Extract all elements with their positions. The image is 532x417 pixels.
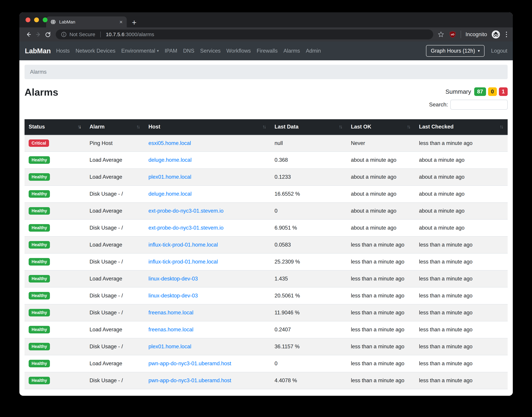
host-link[interactable]: ext-probe-do-nyc3-01.stevem.io (149, 208, 224, 214)
nav-item-label: Firewalls (257, 48, 278, 54)
nav-item[interactable]: DNS (180, 48, 197, 54)
sort-icon: ↑↓ (136, 124, 140, 130)
table-row: Healthy Disk Usage - / linux-desktop-dev… (24, 287, 508, 304)
browser-menu-icon[interactable] (505, 32, 508, 37)
host-link[interactable]: pwn-app-do-nyc3-01.uberamd.host (149, 377, 231, 383)
alarm-type: Disk Usage - / (85, 219, 144, 236)
nav-item[interactable]: Alarms (281, 48, 303, 54)
host-link[interactable]: esxi05.home.local (149, 140, 191, 146)
graph-hours-dropdown[interactable]: Graph Hours (12h) ▾ (426, 45, 485, 57)
last-ok: Never (347, 135, 415, 152)
column-header[interactable]: Status ↑↓ (24, 119, 85, 135)
nav-item[interactable]: IPAM (162, 48, 180, 54)
caret-down-icon: ▾ (157, 49, 159, 53)
summary-critical-badge: 1 (499, 87, 508, 96)
brand-labman[interactable]: LabMan (25, 47, 51, 55)
last-ok: about a minute ago (347, 219, 415, 236)
status-badge: Healthy (29, 292, 50, 300)
nav-item[interactable]: Environmental ▾ (118, 48, 162, 54)
ublock-extension-icon[interactable]: uO (449, 31, 456, 38)
host-link[interactable]: influx-tick-prod-01.home.local (149, 242, 218, 248)
table-row: Healthy Load Average plex01.home.local 0… (24, 168, 508, 186)
address-bar[interactable]: Not Secure 10.7.5.6:3000/alarms (56, 30, 433, 39)
new-tab-button[interactable]: + (132, 19, 137, 26)
column-header[interactable]: Alarm ↑↓ (85, 119, 144, 135)
search-input[interactable] (450, 100, 508, 110)
host-link[interactable]: freenas.home.local (149, 310, 194, 316)
tab-title: LabMan (59, 19, 116, 25)
forward-icon[interactable] (33, 30, 43, 39)
last-data: null (271, 135, 347, 152)
nav-item[interactable]: Admin (303, 48, 324, 54)
status-badge: Healthy (29, 326, 50, 334)
column-label: Last Data (275, 124, 299, 130)
sort-icon: ↑↓ (77, 124, 81, 130)
nav-item[interactable]: Services (197, 48, 223, 54)
omnibox-divider (100, 31, 101, 37)
last-checked: about a minute ago (415, 186, 508, 202)
nav-item[interactable]: Network Devices (73, 48, 118, 54)
column-header[interactable]: Host ↑↓ (144, 119, 271, 135)
browser-tab[interactable]: LabMan × (46, 16, 127, 27)
tab-close-icon[interactable]: × (119, 19, 123, 25)
host-link[interactable]: freenas.home.local (149, 326, 194, 333)
host-link[interactable]: deluge.home.local (149, 191, 192, 197)
host-link[interactable]: plex01.home.local (149, 174, 191, 180)
host-link[interactable]: plex01.home.local (149, 344, 191, 350)
host-link[interactable]: deluge.home.local (149, 157, 192, 163)
status-badge: Healthy (29, 377, 50, 384)
last-ok: less than a minute ago (347, 355, 415, 372)
nav-item-label: Environmental (121, 48, 155, 54)
column-header[interactable]: Last OK ↑↓ (347, 119, 415, 135)
info-icon[interactable] (61, 31, 67, 37)
reload-icon[interactable] (43, 30, 53, 39)
table-row: Critical Ping Host esxi05.home.local nul… (24, 135, 508, 152)
last-data: 36.1157 % (271, 338, 347, 355)
last-data: 0.1233 (271, 168, 347, 186)
alarm-type: Disk Usage - / (85, 372, 144, 389)
table-row: Healthy Load Average deluge.home.local 0… (24, 152, 508, 168)
host-link[interactable]: influx-tick-prod-01.home.local (149, 259, 218, 265)
summary-label: Summary (445, 88, 471, 95)
last-checked: less than a minute ago (415, 304, 508, 321)
last-data: 25.2309 % (271, 253, 347, 270)
logout-link[interactable]: Logout (491, 48, 507, 54)
last-data: 20.5061 % (271, 287, 347, 304)
table-row: Healthy Disk Usage - / plex01.home.local… (24, 338, 508, 355)
alarm-type: Load Average (85, 168, 144, 186)
nav-item[interactable]: Firewalls (254, 48, 280, 54)
caret-down-icon: ▾ (478, 49, 480, 53)
host-link[interactable]: linux-desktop-dev-03 (149, 276, 198, 282)
last-ok: about a minute ago (347, 186, 415, 202)
nav-item[interactable]: Hosts (53, 48, 73, 54)
column-header[interactable]: Last Checked ↑↓ (415, 119, 508, 135)
column-label: Last OK (351, 124, 371, 130)
column-label: Status (29, 124, 45, 130)
status-badge: Healthy (29, 156, 50, 164)
nav-item[interactable]: Workflows (223, 48, 254, 54)
app-navbar: LabMan Hosts Network Devices Environment… (19, 42, 513, 60)
search-label: Search: (429, 101, 448, 108)
back-icon[interactable] (24, 30, 33, 39)
host-link[interactable]: linux-desktop-dev-03 (149, 293, 198, 299)
last-data: 11.9046 % (271, 304, 347, 321)
bookmark-star-icon[interactable] (437, 31, 445, 38)
status-badge: Healthy (29, 309, 50, 316)
last-checked: about a minute ago (415, 219, 508, 236)
close-window-button[interactable] (26, 18, 30, 22)
last-ok: about a minute ago (347, 152, 415, 168)
table-row: Healthy Load Average ext-probe-do-nyc3-0… (24, 202, 508, 219)
nav-item-label: Workflows (226, 48, 251, 54)
host-link[interactable]: pwn-app-do-nyc3-01.uberamd.host (149, 360, 231, 366)
last-data: 16.6552 % (271, 186, 347, 202)
last-checked: less than a minute ago (415, 355, 508, 372)
maximize-window-button[interactable] (43, 18, 47, 22)
column-header[interactable]: Last Data ↑↓ (271, 119, 347, 135)
minimize-window-button[interactable] (34, 18, 39, 22)
alarm-type: Load Average (85, 236, 144, 253)
status-badge: Critical (29, 139, 49, 147)
nav-item-label: Alarms (283, 48, 300, 54)
host-link[interactable]: ext-probe-do-nyc3-01.stevem.io (149, 225, 224, 231)
browser-toolbar: Not Secure 10.7.5.6:3000/alarms uO Incog… (19, 27, 513, 42)
url-host: 10.7.5.6 (106, 31, 124, 37)
